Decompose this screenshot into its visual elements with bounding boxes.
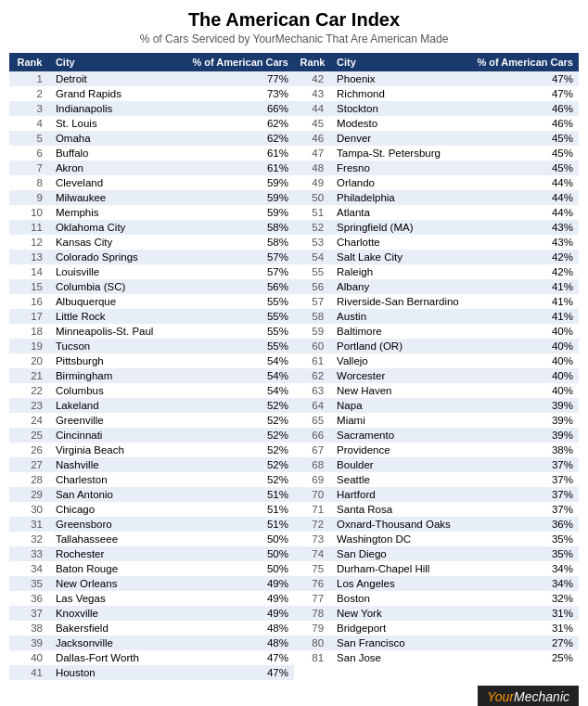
cell-city: Chicago: [50, 502, 173, 517]
cell-rank: 72: [294, 517, 331, 532]
cell-city: Raleigh: [331, 264, 468, 279]
cell-city: Little Rock: [50, 309, 173, 324]
cell-pct: 37%: [468, 472, 579, 487]
cell-rank: 41: [9, 665, 50, 680]
table-row: 13 Colorado Springs 57%: [9, 250, 294, 264]
cell-city: Washington DC: [331, 532, 468, 546]
cell-pct: 73%: [173, 86, 294, 101]
cell-city: Greensboro: [50, 517, 173, 532]
cell-pct: 43%: [468, 220, 579, 235]
table-row: 7 Akron 61%: [9, 160, 294, 175]
cell-pct: 47%: [173, 650, 294, 665]
table-row: 12 Kansas City 58%: [9, 235, 294, 250]
cell-city: Vallejo: [331, 353, 468, 368]
cell-rank: 73: [294, 532, 331, 546]
cell-rank: 61: [294, 353, 331, 368]
table-row: 46 Denver 45%: [294, 131, 579, 146]
cell-rank: 66: [294, 428, 331, 443]
cell-pct: 54%: [173, 383, 294, 398]
cell-rank: 50: [294, 190, 331, 205]
cell-city: Cincinnati: [50, 428, 173, 443]
cell-city: Atlanta: [331, 205, 468, 220]
cell-city: Tucson: [50, 339, 173, 353]
table-row: 57 Riverside-San Bernardino 41%: [294, 294, 579, 309]
table-row: 19 Tucson 55%: [9, 339, 294, 353]
cell-city: San Jose: [331, 650, 468, 665]
table-row: 36 Las Vegas 49%: [9, 591, 294, 606]
cell-pct: 52%: [173, 443, 294, 457]
cell-pct: 77%: [173, 71, 294, 86]
cell-rank: 24: [9, 413, 50, 428]
cell-rank: 30: [9, 502, 50, 517]
cell-pct: 45%: [468, 131, 579, 146]
cell-rank: 57: [294, 294, 331, 309]
table-row: 40 Dallas-Fort Worth 47%: [9, 650, 294, 665]
cell-rank: 67: [294, 443, 331, 457]
cell-city: Virginia Beach: [50, 443, 173, 457]
cell-pct: 58%: [173, 220, 294, 235]
table-row: 17 Little Rock 55%: [9, 309, 294, 324]
right-col-rank: Rank: [294, 53, 331, 71]
cell-city: Santa Rosa: [331, 502, 468, 517]
cell-rank: 17: [9, 309, 50, 324]
cell-rank: 5: [9, 131, 50, 146]
cell-rank: 81: [294, 650, 331, 665]
table-row: 34 Baton Rouge 50%: [9, 561, 294, 576]
table-row: 39 Jacksonville 48%: [9, 635, 294, 650]
cell-pct: 50%: [173, 561, 294, 576]
cell-city: Salt Lake City: [331, 250, 468, 264]
cell-city: Greenville: [50, 413, 173, 428]
table-row: 69 Seattle 37%: [294, 472, 579, 487]
table-row: 81 San Jose 25%: [294, 650, 579, 665]
table-row: 41 Houston 47%: [9, 665, 294, 680]
right-table: Rank City % of American Cars 42 Phoenix …: [294, 53, 579, 665]
cell-pct: 39%: [468, 398, 579, 413]
table-row: 58 Austin 41%: [294, 309, 579, 324]
cell-rank: 44: [294, 101, 331, 116]
table-row: 25 Cincinnati 52%: [9, 428, 294, 443]
table-row: 54 Salt Lake City 42%: [294, 250, 579, 264]
table-row: 22 Columbus 54%: [9, 383, 294, 398]
cell-city: Fresno: [331, 160, 468, 175]
cell-pct: 48%: [173, 635, 294, 650]
cell-pct: 31%: [468, 621, 579, 635]
cell-pct: 34%: [468, 576, 579, 591]
cell-pct: 47%: [468, 86, 579, 101]
cell-city: Memphis: [50, 205, 173, 220]
table-row: 51 Atlanta 44%: [294, 205, 579, 220]
table-row: 15 Columbia (SC) 56%: [9, 279, 294, 294]
cell-rank: 49: [294, 175, 331, 190]
cell-city: Cleveland: [50, 175, 173, 190]
right-table-section: Rank City % of American Cars 42 Phoenix …: [294, 53, 579, 680]
table-row: 62 Worcester 40%: [294, 368, 579, 383]
cell-rank: 20: [9, 353, 50, 368]
cell-rank: 52: [294, 220, 331, 235]
cell-rank: 1: [9, 71, 50, 86]
cell-city: New York: [331, 606, 468, 621]
cell-pct: 52%: [173, 472, 294, 487]
table-row: 29 San Antonio 51%: [9, 487, 294, 502]
cell-rank: 43: [294, 86, 331, 101]
table-row: 10 Memphis 59%: [9, 205, 294, 220]
footer: YourMechanic: [9, 686, 579, 706]
table-row: 27 Nashville 52%: [9, 457, 294, 472]
cell-rank: 74: [294, 546, 331, 561]
table-row: 4 St. Louis 62%: [9, 116, 294, 131]
left-col-rank: Rank: [9, 53, 50, 71]
table-row: 20 Pittsburgh 54%: [9, 353, 294, 368]
table-row: 77 Boston 32%: [294, 591, 579, 606]
cell-city: Albuquerque: [50, 294, 173, 309]
table-row: 61 Vallejo 40%: [294, 353, 579, 368]
cell-pct: 25%: [468, 650, 579, 665]
table-row: 75 Durham-Chapel Hill 34%: [294, 561, 579, 576]
cell-pct: 52%: [173, 428, 294, 443]
table-row: 31 Greensboro 51%: [9, 517, 294, 532]
cell-city: Tallahasseee: [50, 532, 173, 546]
cell-rank: 12: [9, 235, 50, 250]
right-col-pct: % of American Cars: [468, 53, 579, 71]
table-row: 45 Modesto 46%: [294, 116, 579, 131]
cell-pct: 57%: [173, 264, 294, 279]
cell-rank: 62: [294, 368, 331, 383]
cell-city: Houston: [50, 665, 173, 680]
table-row: 74 San Diego 35%: [294, 546, 579, 561]
